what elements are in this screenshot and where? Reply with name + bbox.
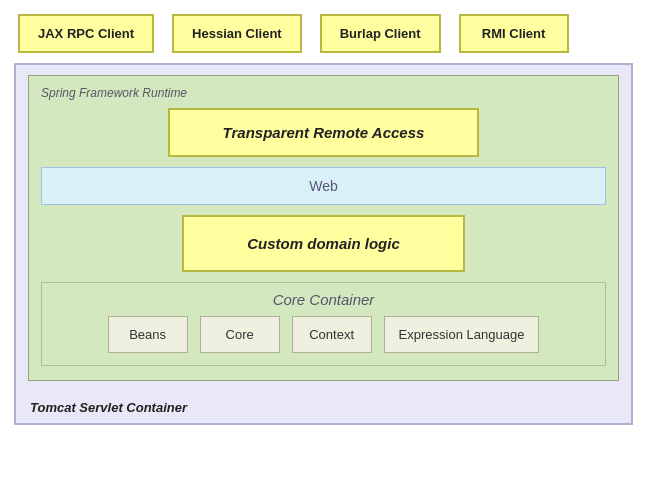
beans-module-label: Beans (129, 327, 166, 342)
core-module-label: Core (226, 327, 254, 342)
context-module-box: Context (292, 316, 372, 353)
beans-module-box: Beans (108, 316, 188, 353)
web-label: Web (309, 178, 338, 194)
hessian-client-box: Hessian Client (172, 14, 302, 53)
context-module-label: Context (309, 327, 354, 342)
custom-domain-logic-label: Custom domain logic (247, 235, 400, 252)
tomcat-label: Tomcat Servlet Container (30, 400, 187, 415)
burlap-client-box: Burlap Client (320, 14, 441, 53)
web-bar: Web (41, 167, 606, 205)
rmi-client-box: RMI Client (459, 14, 569, 53)
spring-runtime-label: Spring Framework Runtime (41, 86, 606, 100)
expression-language-module-box: Expression Language (384, 316, 540, 353)
core-modules-row: Beans Core Context Expression Language (52, 316, 595, 353)
burlap-client-label: Burlap Client (340, 26, 421, 41)
main-outer-container: Spring Framework Runtime Transparent Rem… (14, 63, 633, 425)
expression-language-module-label: Expression Language (399, 327, 525, 342)
spring-runtime-box: Spring Framework Runtime Transparent Rem… (28, 75, 619, 381)
hessian-client-label: Hessian Client (192, 26, 282, 41)
jax-rpc-client-label: JAX RPC Client (38, 26, 134, 41)
transparent-remote-access-box: Transparent Remote Access (168, 108, 479, 157)
top-clients-row: JAX RPC Client Hessian Client Burlap Cli… (0, 0, 647, 63)
rmi-client-label: RMI Client (482, 26, 546, 41)
jax-rpc-client-box: JAX RPC Client (18, 14, 154, 53)
custom-domain-logic-box: Custom domain logic (182, 215, 465, 272)
core-container-box: Core Container Beans Core Context Expres… (41, 282, 606, 366)
transparent-remote-access-label: Transparent Remote Access (223, 124, 425, 141)
core-module-box: Core (200, 316, 280, 353)
core-container-label: Core Container (52, 291, 595, 308)
